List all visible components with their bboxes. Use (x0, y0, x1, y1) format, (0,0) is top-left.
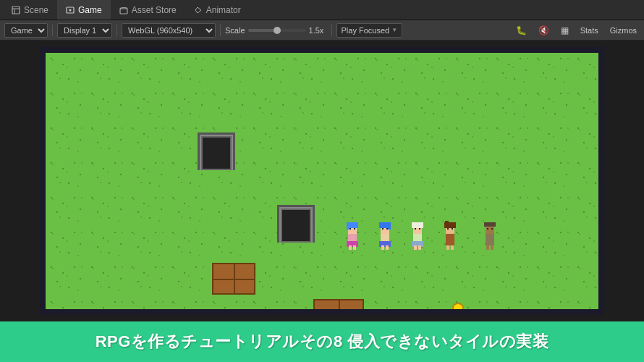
tab-bar: Scene Game Asset Store Animator (0, 0, 644, 20)
tab-scene-label: Scene (24, 5, 48, 15)
store-icon (119, 6, 128, 14)
tab-game-label: Game (78, 5, 102, 15)
game-border (40, 47, 604, 315)
bottom-banner: RPGを作るチュートリアルその8 侵入できないタイルの実装 (0, 321, 644, 362)
svg-rect-27 (412, 241, 423, 247)
play-focused-label: Play Focused (342, 26, 390, 35)
svg-rect-21 (386, 245, 389, 250)
tab-scene[interactable]: Scene (3, 0, 57, 20)
svg-rect-26 (419, 228, 420, 230)
svg-rect-30 (446, 234, 454, 245)
svg-rect-18 (386, 228, 388, 230)
crate-1 (212, 263, 255, 295)
svg-rect-12 (353, 245, 356, 250)
svg-rect-43 (486, 245, 489, 250)
tab-animator[interactable]: Animator (185, 0, 250, 20)
character-dark (480, 219, 500, 251)
svg-point-2 (69, 9, 72, 11)
svg-rect-20 (381, 245, 384, 250)
svg-rect-0 (12, 7, 20, 14)
dropdown-arrow-icon: ▼ (391, 27, 397, 33)
resolution-select[interactable]: WebGL (960x540) (122, 23, 216, 38)
animator-icon (194, 6, 203, 14)
scale-container: Scale 1.5x (225, 26, 327, 35)
flower-head (452, 303, 464, 309)
display-select[interactable]: Game (4, 23, 48, 38)
svg-rect-17 (382, 228, 384, 230)
svg-rect-10 (347, 241, 358, 247)
svg-rect-35 (445, 221, 449, 224)
separator-2 (116, 25, 117, 36)
character-dark-sprite (480, 219, 500, 251)
character-blue1 (342, 219, 363, 251)
game-icon (66, 6, 75, 14)
display-number-select[interactable]: Display 1 (57, 23, 112, 38)
character-blue2 (375, 219, 395, 251)
portal-mid (277, 205, 315, 243)
svg-rect-44 (491, 245, 493, 250)
game-canvas[interactable] (46, 53, 598, 309)
separator-1 (52, 25, 53, 36)
grass-dots (46, 53, 598, 309)
tab-animator-label: Animator (206, 5, 241, 15)
svg-rect-42 (491, 228, 493, 230)
crate-2 (313, 299, 364, 309)
gizmos-button[interactable]: Gizmos (607, 25, 640, 36)
portal-top (198, 132, 235, 170)
svg-rect-28 (414, 245, 417, 250)
separator-3 (220, 25, 221, 36)
banner-text: RPGを作るチュートリアルその8 侵入できないタイルの実装 (96, 331, 549, 353)
scene-icon (12, 6, 20, 14)
mute-icon-button[interactable]: 🔇 (535, 24, 552, 37)
svg-rect-3 (120, 9, 127, 14)
bug-icon-button[interactable]: 🐛 (513, 24, 530, 37)
character-brown-sprite (440, 219, 460, 251)
svg-rect-36 (446, 245, 449, 250)
scale-label: Scale (225, 26, 245, 35)
toolbar-right: 🐛 🔇 ▦ Stats Gizmos (513, 24, 640, 37)
character-white-sprite (407, 219, 428, 251)
scale-slider[interactable] (248, 29, 306, 32)
grid-icon-button[interactable]: ▦ (558, 24, 572, 37)
svg-rect-29 (418, 245, 421, 250)
svg-rect-11 (349, 245, 352, 250)
svg-rect-41 (487, 228, 488, 230)
tab-game[interactable]: Game (57, 0, 111, 20)
svg-rect-33 (447, 228, 449, 230)
tab-asset-store[interactable]: Asset Store (111, 0, 185, 20)
stats-button[interactable]: Stats (577, 25, 601, 36)
game-area (0, 41, 644, 321)
svg-rect-19 (379, 241, 391, 247)
svg-rect-34 (452, 228, 453, 230)
svg-rect-8 (349, 228, 351, 230)
toolbar: Game Display 1 WebGL (960x540) Scale 1.5… (0, 20, 644, 41)
svg-rect-24 (412, 222, 423, 228)
svg-rect-9 (354, 228, 355, 230)
character-blue2-sprite (375, 219, 395, 251)
play-focused-button[interactable]: Play Focused ▼ (336, 23, 403, 38)
svg-rect-37 (451, 245, 454, 250)
svg-rect-16 (388, 225, 391, 230)
tab-asset-store-label: Asset Store (132, 5, 177, 15)
svg-rect-25 (415, 228, 416, 230)
svg-rect-7 (347, 225, 349, 230)
scale-value: 1.5x (309, 26, 327, 35)
separator-4 (331, 25, 332, 36)
svg-rect-40 (484, 222, 496, 227)
character-blue1-sprite (342, 219, 363, 251)
character-white (407, 219, 428, 251)
character-brown (440, 219, 460, 251)
flower (451, 303, 465, 309)
svg-rect-38 (486, 234, 494, 245)
